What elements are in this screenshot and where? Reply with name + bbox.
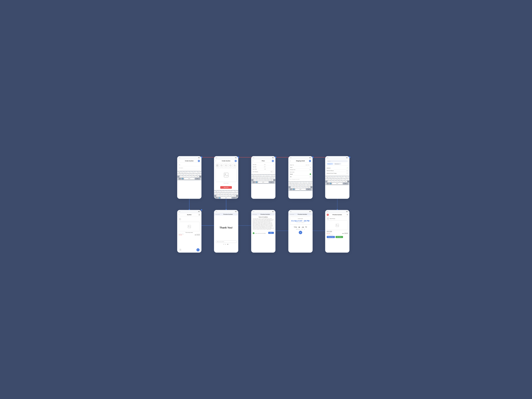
key-l-2[interactable]: L — [236, 193, 238, 195]
key-z-2[interactable]: Z — [217, 195, 219, 197]
elektronik-rumah-row[interactable]: Elektronik Rumah Tangga — [327, 172, 348, 175]
image-slot-4[interactable] — [233, 163, 237, 167]
description-field[interactable]: Description — [179, 167, 200, 169]
key-l[interactable]: L — [199, 174, 202, 175]
key-o-2[interactable]: O — [235, 191, 237, 193]
fab-button[interactable]: + — [196, 248, 200, 251]
key-r-2[interactable]: R — [221, 191, 223, 193]
key-shift[interactable]: ⇧ — [177, 176, 179, 177]
twitter-icon[interactable]: t — [225, 243, 226, 245]
chip-electronics[interactable]: Electronics ✓ — [334, 163, 341, 165]
yes-carrier-row[interactable]: YES — [290, 175, 311, 178]
key-s[interactable]: S — [180, 174, 182, 175]
action-icon-10-left[interactable] — [327, 214, 329, 216]
key-return[interactable]: return — [195, 178, 200, 180]
key-e-2[interactable]: E — [218, 191, 220, 193]
key-backspace-2[interactable]: ⌫ — [236, 195, 238, 197]
key-p[interactable]: P — [201, 172, 202, 173]
key-f-2[interactable]: F — [222, 193, 225, 195]
key-space[interactable]: space — [184, 178, 195, 180]
key-j[interactable]: J — [194, 174, 196, 175]
search-input[interactable]: Search... — [327, 160, 348, 162]
back-arrow-2[interactable]: ‹ — [215, 160, 216, 162]
main-image-area[interactable] — [215, 168, 237, 182]
key-h-2[interactable]: H — [228, 193, 230, 195]
menu-icon[interactable]: ☰ — [198, 214, 200, 216]
facebook-icon[interactable]: f — [224, 243, 224, 245]
key-b-2[interactable]: B — [228, 195, 230, 197]
key-shift-2[interactable]: ⇧ — [214, 195, 216, 197]
key-g-2[interactable]: G — [225, 193, 227, 195]
action-icon-3[interactable] — [272, 160, 274, 162]
weight-row[interactable]: Weight Kg — [290, 166, 311, 168]
key-o[interactable]: O — [198, 172, 200, 173]
key-return-2[interactable]: return — [232, 197, 237, 199]
key-i-2[interactable]: I — [232, 191, 234, 193]
key-m-2[interactable]: M — [233, 195, 236, 197]
key-v[interactable]: V — [188, 176, 190, 177]
key-space-2[interactable]: space — [221, 197, 231, 199]
key-t[interactable]: T — [187, 172, 189, 173]
title-field[interactable]: Title — [179, 163, 200, 166]
handling-time-row[interactable]: Handling Time Day — [290, 168, 311, 171]
open-bid-row-2[interactable]: Open Bid IDR 0 — [253, 166, 274, 168]
key-w-2[interactable]: W — [215, 191, 218, 193]
next-button[interactable]: Next — [268, 232, 274, 234]
add-image-btn[interactable] — [215, 163, 219, 167]
key-globe[interactable]: 🌐 — [181, 178, 184, 180]
key-u-2[interactable]: U — [229, 191, 232, 193]
image-slot-3[interactable] — [228, 163, 232, 167]
image-slot-2[interactable] — [224, 163, 228, 167]
key-x[interactable]: X — [183, 176, 185, 177]
back-arrow-6[interactable]: ‹ — [179, 214, 179, 216]
action-icon-4[interactable] — [309, 160, 311, 162]
image-slot-1[interactable] — [220, 163, 223, 167]
regular-radio[interactable]: ✓ — [310, 174, 311, 175]
key-f[interactable]: F — [185, 174, 188, 175]
product-detail-btn[interactable]: Product Detail — [327, 236, 335, 238]
chip-close-icon[interactable]: ✕ — [331, 163, 332, 164]
chip-incorrect[interactable]: Incorrect ✕ — [327, 163, 333, 165]
key-123-2[interactable]: 123 — [215, 197, 218, 199]
regular-carrier-row[interactable]: Regular ✓ — [290, 173, 311, 175]
key-x-2[interactable]: X — [219, 195, 222, 197]
elektronik-hiburan-row[interactable]: Elektronik Hiburan — [327, 169, 348, 172]
key-y[interactable]: Y — [190, 172, 192, 173]
free-shipping-row[interactable]: Free Shipping — [253, 170, 274, 173]
key-q-2[interactable]: Q — [214, 191, 215, 193]
key-123[interactable]: 123 — [178, 178, 181, 180]
key-d-2[interactable]: D — [219, 193, 222, 195]
key-u[interactable]: U — [192, 172, 195, 173]
key-y-2[interactable]: Y — [226, 191, 229, 193]
agree-checkbox[interactable]: ✓ — [253, 232, 254, 234]
key-m[interactable]: M — [196, 176, 199, 177]
key-c[interactable]: C — [185, 176, 188, 177]
email-icon[interactable]: ✉ — [227, 243, 228, 245]
bid-detail-btn[interactable]: BID DETAIL — [336, 236, 343, 238]
key-v-2[interactable]: V — [225, 195, 227, 197]
key-g[interactable]: G — [188, 174, 190, 175]
key-p-2[interactable]: P — [237, 191, 238, 193]
action-icon-1[interactable] — [198, 160, 200, 162]
key-s-2[interactable]: S — [217, 193, 219, 195]
free-shipping-toggle[interactable] — [270, 171, 274, 173]
delete-button[interactable]: DELETE — [220, 186, 232, 189]
key-n-2[interactable]: N — [230, 195, 233, 197]
buy-it-now-row[interactable]: Buy it Now IDR 0 — [253, 168, 274, 170]
key-a[interactable]: A — [177, 174, 179, 175]
share-input[interactable]: Share your auction... — [215, 240, 237, 243]
time-picker[interactable]: Today 08 : 30 PM — [290, 226, 311, 229]
settings-icon[interactable]: ⚙ — [347, 214, 348, 215]
key-r[interactable]: R — [184, 172, 186, 173]
key-backspace[interactable]: ⌫ — [199, 176, 202, 177]
key-t-2[interactable]: T — [223, 191, 226, 193]
open-bid-row-1[interactable]: Open Bid IDR 0 — [253, 163, 274, 166]
key-q[interactable]: Q — [177, 172, 178, 173]
key-d[interactable]: D — [183, 174, 185, 175]
action-icon-2[interactable] — [235, 160, 237, 162]
key-a-2[interactable]: A — [214, 193, 216, 195]
auction-item-1[interactable] — [179, 217, 200, 221]
key-j-2[interactable]: J — [230, 193, 233, 195]
ok-button[interactable] — [299, 231, 302, 234]
key-n[interactable]: N — [194, 176, 196, 177]
